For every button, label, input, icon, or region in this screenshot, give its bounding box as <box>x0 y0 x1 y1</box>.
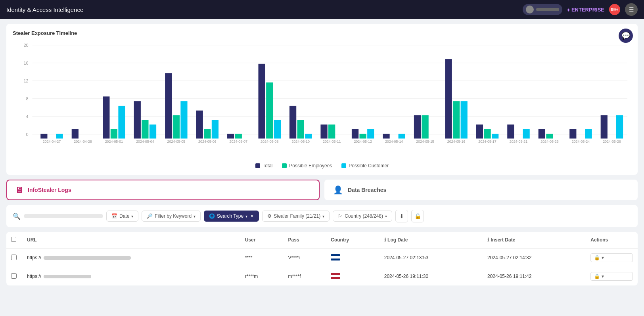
calendar-icon: 📅 <box>111 213 117 219</box>
svg-rect-76 <box>539 129 545 139</box>
row-checkbox[interactable] <box>11 273 17 279</box>
country-filter-button[interactable]: 🏳 Country (248/248) ▾ <box>333 211 392 222</box>
svg-rect-24 <box>134 101 141 138</box>
svg-text:2024-05-17: 2024-05-17 <box>478 140 496 144</box>
svg-text:2024-05-05: 2024-05-05 <box>167 140 185 144</box>
diamond-icon: ♦ <box>567 7 570 13</box>
url-prefix: https:// <box>27 274 41 279</box>
lock-small-icon: 🔒 <box>594 255 600 260</box>
svg-rect-30 <box>180 101 187 138</box>
flag-icon: 🏳 <box>338 213 343 219</box>
col-log-date: ℹ Log Date <box>380 232 483 248</box>
svg-text:20: 20 <box>23 43 28 48</box>
svg-text:2024-04-27: 2024-04-27 <box>43 140 61 144</box>
actions-cell: 🔒 ▾ <box>586 248 638 267</box>
app-title: Identity & Access Intelligence <box>6 6 83 13</box>
avatar <box>526 6 534 13</box>
chart-svg: 0 4 8 12 16 20 2024-04-272024-04-282024-… <box>13 41 631 160</box>
svg-text:2024-05-06: 2024-05-06 <box>198 140 216 144</box>
country-flag <box>331 273 340 279</box>
chevron-down-icon: ▾ <box>194 214 196 218</box>
chart-title: Stealer Exposure Timeline <box>13 30 631 36</box>
svg-text:2024-05-24: 2024-05-24 <box>572 140 590 144</box>
country-flag <box>331 254 340 260</box>
svg-rect-66 <box>461 101 468 138</box>
action-button[interactable]: 🔒 ▾ <box>590 253 633 262</box>
monitor-lock-icon: 🖥 <box>15 186 23 195</box>
svg-text:2024-05-14: 2024-05-14 <box>385 140 403 144</box>
svg-rect-58 <box>399 134 405 139</box>
chevron-down-icon: ▾ <box>602 274 604 279</box>
svg-rect-21 <box>111 129 117 139</box>
col-checkbox <box>6 232 22 248</box>
chevron-down-icon: ▾ <box>131 214 133 218</box>
svg-text:4: 4 <box>26 114 28 119</box>
close-icon[interactable]: ✕ <box>250 214 254 219</box>
svg-rect-12 <box>40 134 47 139</box>
svg-rect-28 <box>165 73 172 138</box>
svg-text:2024-05-10: 2024-05-10 <box>291 140 309 144</box>
chart-legend: Total Possible Employees Possible Custom… <box>13 163 631 169</box>
lock-button[interactable]: 🔒 <box>411 210 424 222</box>
svg-rect-70 <box>492 134 498 139</box>
svg-rect-26 <box>150 124 156 138</box>
url-cell: https:// <box>22 267 240 286</box>
legend-customer: Possible Customer <box>341 163 389 169</box>
filter-icon: 🔎 <box>147 213 153 219</box>
svg-rect-60 <box>414 115 421 139</box>
menu-button[interactable]: ☰ <box>625 3 638 16</box>
search-type-filter-button[interactable]: 🌐 Search Type ▾ ✕ <box>204 211 259 222</box>
select-all-checkbox[interactable] <box>11 237 16 242</box>
svg-text:0: 0 <box>26 132 28 137</box>
stealer-family-filter-button[interactable]: ⚙ Stealer Family (21/21) ▾ <box>262 211 330 222</box>
svg-rect-49 <box>328 124 335 138</box>
actions-cell: 🔒 ▾ <box>586 267 638 286</box>
keyword-filter-button[interactable]: 🔎 Filter by Keyword ▾ <box>142 211 201 222</box>
user-pill[interactable] <box>523 4 562 15</box>
svg-rect-61 <box>422 115 428 139</box>
user-cell: **** <box>240 248 284 267</box>
svg-text:2024-05-11: 2024-05-11 <box>323 140 341 144</box>
svg-text:2024-04-28: 2024-04-28 <box>74 140 92 144</box>
lock-small-icon: 🔒 <box>594 274 600 279</box>
svg-rect-74 <box>523 129 529 139</box>
user-cell: r****m <box>240 267 284 286</box>
svg-rect-72 <box>507 124 514 138</box>
filter-row: 🔍 📅 Date ▾ 🔎 Filter by Keyword ▾ 🌐 Searc… <box>6 205 638 227</box>
action-button[interactable]: 🔒 ▾ <box>590 272 633 281</box>
col-pass: Pass <box>284 232 326 248</box>
col-insert-date: ℹ Insert Date <box>483 232 586 248</box>
info-icon: ℹ <box>384 237 386 243</box>
svg-rect-44 <box>289 106 296 139</box>
svg-rect-36 <box>227 134 234 139</box>
svg-rect-16 <box>72 129 79 139</box>
log-date-cell: 2024-05-26 19:11:30 <box>380 267 483 286</box>
svg-rect-48 <box>320 124 327 138</box>
tab-databreaches[interactable]: 👤 Data Breaches <box>324 180 638 200</box>
url-blur <box>44 256 131 260</box>
svg-text:2024-05-21: 2024-05-21 <box>510 140 527 144</box>
download-button[interactable]: ⬇ <box>395 210 408 222</box>
svg-rect-86 <box>616 115 623 139</box>
svg-rect-53 <box>360 134 366 139</box>
notification-badge[interactable]: 99+ <box>609 4 620 15</box>
tab-infostealer[interactable]: 🖥 InfoStealer Logs <box>6 180 320 200</box>
tabs-row: 🖥 InfoStealer Logs 👤 Data Breaches <box>6 180 638 200</box>
legend-employees: Possible Employees <box>282 163 332 169</box>
table-row: https:// r****m m****f 2024-05-26 19:11:… <box>6 267 638 286</box>
chevron-down-icon: ▾ <box>322 214 324 218</box>
insert-date-cell: 2024-05-27 02:14:32 <box>483 248 586 267</box>
col-country: Country <box>326 232 380 248</box>
date-filter-button[interactable]: 📅 Date ▾ <box>106 211 138 222</box>
row-checkbox[interactable] <box>11 255 17 260</box>
svg-text:12: 12 <box>23 79 28 83</box>
legend-dot-employees <box>282 163 287 168</box>
svg-rect-25 <box>142 120 148 138</box>
url-cell: https:// <box>22 248 240 267</box>
globe-icon: 🌐 <box>209 213 215 219</box>
svg-rect-82 <box>585 129 592 139</box>
search-icon: 🔍 <box>13 213 21 220</box>
svg-rect-22 <box>118 106 125 139</box>
search-input-blur <box>24 214 103 218</box>
col-actions: Actions <box>586 232 638 248</box>
